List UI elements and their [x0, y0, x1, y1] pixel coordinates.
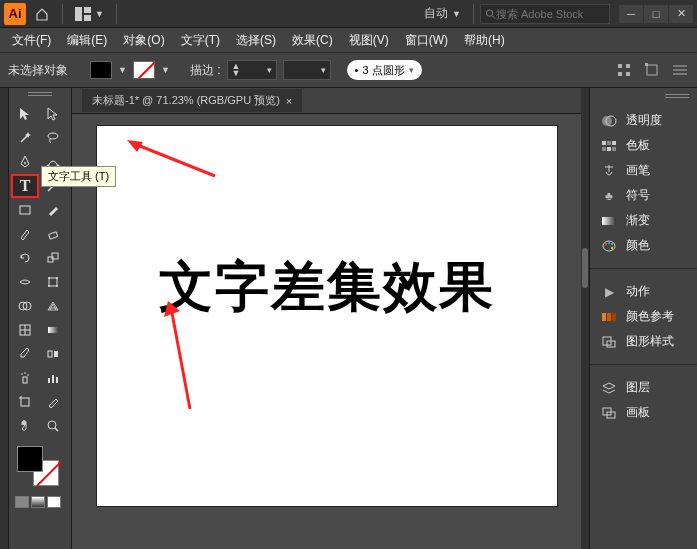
workspace-switcher[interactable]: 自动 ▼ [418, 5, 467, 22]
eyedropper-tool[interactable] [11, 342, 39, 366]
symbols-icon: ♣ [600, 188, 618, 204]
close-button[interactable]: ✕ [669, 5, 693, 23]
blend-tool[interactable] [39, 342, 67, 366]
svg-point-38 [21, 373, 23, 375]
svg-line-48 [55, 428, 58, 431]
panel-brushes[interactable]: 画笔 [590, 158, 697, 183]
paintbrush-tool[interactable] [39, 198, 67, 222]
arrange-documents-button[interactable]: ▼ [69, 7, 110, 21]
menu-type[interactable]: 文字(T) [173, 32, 228, 49]
minimize-button[interactable]: ─ [619, 5, 643, 23]
eraser-tool[interactable] [39, 222, 67, 246]
scale-tool[interactable] [39, 246, 67, 270]
fill-stroke-picker[interactable] [11, 444, 69, 494]
panel-gradient[interactable]: 渐变 [590, 208, 697, 233]
svg-rect-68 [602, 313, 606, 321]
menu-view[interactable]: 视图(V) [341, 32, 397, 49]
panel-layers[interactable]: 图层 [590, 375, 697, 400]
menu-object[interactable]: 对象(O) [115, 32, 172, 49]
shaper-tool[interactable] [11, 222, 39, 246]
stroke-swatch[interactable] [133, 61, 155, 79]
svg-rect-0 [75, 7, 82, 21]
svg-line-51 [172, 313, 190, 409]
search-box[interactable] [480, 4, 610, 24]
panel-graphic-styles[interactable]: 图形样式 [590, 329, 697, 354]
panel-menu-icon[interactable] [671, 61, 689, 79]
menu-effect[interactable]: 效果(C) [284, 32, 341, 49]
rectangle-tool[interactable] [11, 198, 39, 222]
column-graph-tool[interactable] [39, 366, 67, 390]
svg-rect-55 [602, 141, 606, 145]
annotation-arrow-icon [162, 301, 202, 411]
free-transform-tool[interactable] [39, 270, 67, 294]
symbol-sprayer-tool[interactable] [11, 366, 39, 390]
menu-edit[interactable]: 编辑(E) [59, 32, 115, 49]
svg-point-25 [48, 277, 50, 279]
none-mode-icon[interactable] [47, 496, 61, 508]
hand-tool[interactable] [11, 414, 39, 438]
magic-wand-tool[interactable] [11, 126, 39, 150]
svg-rect-1 [84, 7, 91, 13]
direct-selection-tool[interactable] [39, 102, 67, 126]
menu-file[interactable]: 文件(F) [4, 32, 59, 49]
align-panel-icon[interactable] [615, 61, 633, 79]
graphic-styles-icon [600, 334, 618, 350]
scrollbar[interactable] [581, 88, 589, 549]
variable-width-profile[interactable]: ▾ [283, 60, 331, 80]
selection-tool[interactable] [11, 102, 39, 126]
fill-swatch[interactable] [90, 61, 112, 79]
shape-builder-tool[interactable] [11, 294, 39, 318]
svg-rect-44 [21, 398, 29, 406]
svg-point-40 [27, 374, 29, 376]
svg-point-15 [48, 133, 58, 139]
chevron-down-icon[interactable]: ▼ [118, 65, 127, 75]
transform-panel-icon[interactable] [643, 61, 661, 79]
slice-tool[interactable] [39, 390, 67, 414]
search-input[interactable] [496, 8, 605, 20]
color-mode-icon[interactable] [15, 496, 29, 508]
panel-symbols[interactable]: ♣符号 [590, 183, 697, 208]
mesh-tool[interactable] [11, 318, 39, 342]
pen-tool[interactable] [11, 150, 39, 174]
lasso-tool[interactable] [39, 126, 67, 150]
gradient-mode-icon[interactable] [31, 496, 45, 508]
scrollbar-thumb[interactable] [582, 248, 588, 288]
width-tool[interactable] [11, 270, 39, 294]
rotate-tool[interactable] [11, 246, 39, 270]
svg-point-3 [486, 9, 492, 15]
foreground-color[interactable] [17, 446, 43, 472]
home-icon[interactable] [28, 3, 56, 25]
panel-actions[interactable]: ▶动作 [590, 279, 697, 304]
svg-rect-34 [48, 327, 58, 333]
brush-definition[interactable]: • 3 点圆形 ▾ [347, 60, 422, 80]
perspective-grid-tool[interactable] [39, 294, 67, 318]
svg-rect-21 [49, 232, 58, 239]
gradient-tool[interactable] [39, 318, 67, 342]
canvas[interactable]: 文字差集效果 [97, 126, 557, 506]
panel-transparency[interactable]: 透明度 [590, 108, 697, 133]
zoom-tool[interactable] [39, 414, 67, 438]
panel-swatches[interactable]: 色板 [590, 133, 697, 158]
panel-color-guide[interactable]: 颜色参考 [590, 304, 697, 329]
svg-rect-24 [49, 278, 57, 286]
menu-help[interactable]: 帮助(H) [456, 32, 513, 49]
chevron-down-icon[interactable]: ▼ [161, 65, 170, 75]
stroke-weight-input[interactable]: ▲▼ ▾ [227, 60, 277, 80]
chevron-down-icon: ▼ [95, 9, 104, 19]
selection-status: 未选择对象 [8, 62, 68, 79]
panel-artboards[interactable]: 画板 [590, 400, 697, 425]
type-tool[interactable]: T [11, 174, 39, 198]
svg-rect-5 [618, 64, 622, 68]
menu-window[interactable]: 窗口(W) [397, 32, 456, 49]
close-tab-icon[interactable]: × [286, 95, 292, 107]
type-tool-tooltip: 文字工具 (T) [41, 166, 116, 187]
actions-icon: ▶ [600, 284, 618, 300]
maximize-button[interactable]: □ [644, 5, 668, 23]
svg-point-26 [56, 277, 58, 279]
menu-select[interactable]: 选择(S) [228, 32, 284, 49]
document-tab[interactable]: 未标题-1* @ 71.23% (RGB/GPU 预览) × [82, 89, 302, 112]
artboard-tool[interactable] [11, 390, 39, 414]
panel-color[interactable]: 颜色 [590, 233, 697, 258]
svg-rect-2 [84, 15, 91, 21]
svg-point-16 [24, 162, 26, 164]
